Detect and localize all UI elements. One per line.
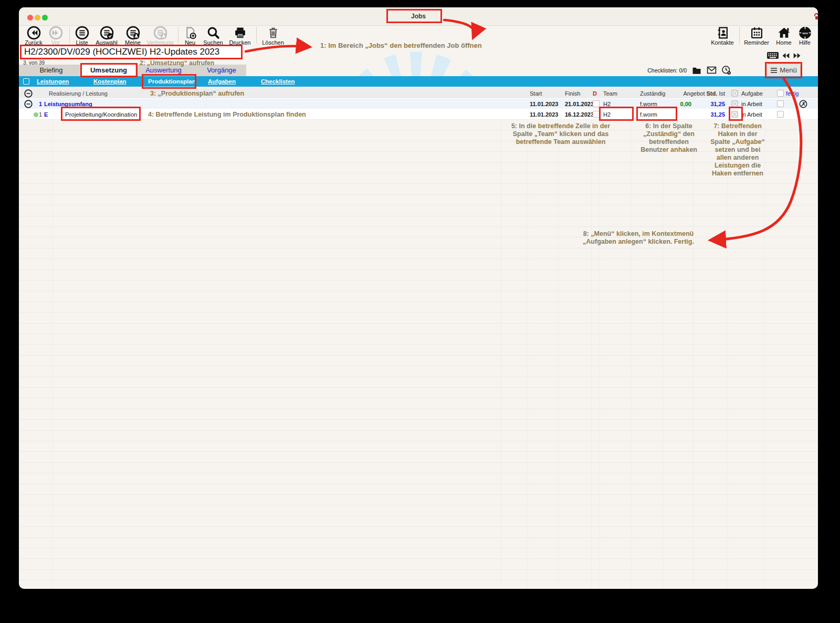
annotation-step7: 7: Betreffenden Haken in der Spalte „Auf…	[696, 122, 780, 178]
search-button[interactable]: Suchen	[200, 26, 226, 46]
col-header-d[interactable]: D	[593, 88, 597, 99]
fertig-checkbox[interactable]	[777, 111, 784, 118]
forward-button[interactable]: Vor	[45, 26, 66, 46]
contacts-button[interactable]: Kontakte	[708, 26, 737, 46]
svg-text:sos: sos	[802, 31, 808, 35]
subtab-leistungen[interactable]: Leistungen	[37, 76, 69, 87]
finish-date[interactable]: 16.12.2023	[565, 109, 594, 120]
highlight-box-jobs	[386, 9, 442, 23]
subtab-bar: Leistungen Kostenplan Produktionsplan Au…	[19, 76, 818, 87]
keyboard-icon[interactable]	[766, 51, 779, 60]
contacts-icon	[716, 26, 730, 40]
status-text: in Arbeit	[741, 109, 762, 120]
home-button[interactable]: Home	[773, 26, 795, 46]
table-header-row: Realisierung / Leistung 3: „Produktionsp…	[19, 88, 818, 99]
reminder-button[interactable]: Reminder	[741, 26, 772, 46]
fertig-header-checkbox[interactable]	[777, 90, 784, 97]
highlight-box-aufgabe-checkbox	[729, 107, 743, 121]
subtab-kostenplan[interactable]: Kostenplan	[93, 76, 127, 87]
annotation-step2: 2: „Umsetzung“ aufrufen	[140, 59, 214, 67]
screenshot-stage: Jobs Zurück Vor Liste	[0, 0, 840, 623]
clock-add-icon[interactable]	[721, 65, 731, 75]
subtab-aufgaben[interactable]: Aufgaben	[208, 76, 236, 87]
status-text: in Arbeit	[741, 99, 762, 109]
col-header-fertig[interactable]: fertig	[786, 88, 799, 99]
aufgabe-header-checkbox[interactable]	[731, 90, 738, 97]
annotation-step1: 1: Im Bereich „Jobs“ den betreffenden Jo…	[320, 41, 482, 49]
ist-value[interactable]: 31,25	[699, 99, 725, 109]
highlight-box-umsetzung	[80, 63, 138, 77]
trash-icon	[266, 26, 280, 40]
row-code: E	[44, 109, 48, 120]
print-button[interactable]: Drucken	[226, 26, 254, 46]
annotation-step8: 8: „Menü“ klicken, im Kontextmenü „Aufga…	[560, 230, 717, 246]
selection-button[interactable]: Auswahl	[92, 26, 121, 46]
checklists-counter: Checklisten: 0/0	[638, 65, 687, 76]
col-header-realisierung[interactable]: Realisierung / Leistung	[49, 88, 108, 99]
list-person-icon	[126, 26, 140, 40]
empty-grid-rows	[19, 120, 818, 589]
new-document-icon	[183, 26, 197, 40]
tab-briefing[interactable]: Briefing	[26, 65, 76, 76]
ist-value[interactable]: 31,25	[699, 109, 725, 120]
previous-record-icon[interactable]	[781, 52, 790, 59]
col-header-team[interactable]: Team	[603, 88, 617, 99]
list-person-disabled-icon	[153, 26, 167, 40]
toolbar-separator	[739, 27, 740, 44]
start-date[interactable]: 11.01.2023	[530, 99, 558, 109]
home-icon	[777, 26, 791, 40]
toolbar-separator	[256, 27, 257, 44]
row-number: 1	[39, 99, 42, 109]
list-check-icon	[100, 26, 114, 40]
col-header-finish[interactable]: Finish	[565, 88, 580, 99]
forward-icon	[49, 26, 63, 40]
start-date[interactable]: 11.01.2023	[530, 109, 558, 120]
envelope-icon[interactable]	[707, 66, 717, 74]
annotation-step4: 4: Betreffende Leistung im Produktionspl…	[148, 111, 306, 119]
select-all-checkbox[interactable]	[23, 78, 29, 85]
highlight-box-menu	[765, 62, 802, 78]
finish-date[interactable]: 21.01.2023	[565, 99, 594, 109]
annotation-step3: 3: „Produktionsplan“ aufrufen	[150, 90, 244, 98]
folder-icon[interactable]	[692, 66, 701, 75]
deadline-clock-icon[interactable]	[799, 100, 807, 108]
unlocked-padlock-icon	[813, 13, 818, 20]
collapse-group-icon[interactable]	[24, 100, 33, 108]
status-dot-green	[34, 112, 38, 117]
highlight-box-leistung	[61, 107, 141, 121]
list-icon	[75, 26, 89, 40]
substitute-button[interactable]: Vertretung	[144, 26, 176, 46]
back-icon	[27, 26, 41, 40]
search-icon	[206, 26, 220, 40]
app-window: Jobs Zurück Vor Liste	[19, 7, 818, 589]
subtab-checklisten[interactable]: Checklisten	[261, 76, 295, 87]
my-jobs-button[interactable]: Meine	[122, 26, 144, 46]
annotation-step5: 5: In die betreffende Zelle in der Spalt…	[482, 122, 639, 146]
brand-watermark-logo	[326, 46, 507, 76]
highlight-box-team-cell	[599, 107, 634, 121]
highlight-box-zustaendig-cell	[636, 107, 677, 121]
toolbar-separator	[178, 27, 178, 44]
help-button[interactable]: sos Hilfe	[795, 26, 815, 46]
col-header-aufgabe[interactable]: Aufgabe	[741, 88, 763, 99]
fertig-checkbox[interactable]	[777, 100, 784, 107]
delete-button[interactable]: Löschen	[259, 26, 287, 46]
printer-icon	[233, 26, 247, 40]
list-button[interactable]: Liste	[71, 26, 92, 46]
new-button[interactable]: Neu	[180, 26, 200, 46]
row-number: 1	[39, 109, 42, 120]
calendar-icon	[750, 26, 764, 40]
back-button[interactable]: Zurück	[22, 26, 45, 46]
col-header-zustaendig[interactable]: Zuständig	[640, 88, 665, 99]
col-header-angebot-std-ist[interactable]: Angebot Std. Ist	[667, 88, 725, 99]
highlight-box-job-title	[20, 45, 243, 59]
col-header-start[interactable]: Start	[530, 88, 542, 99]
collapse-all-icon[interactable]	[24, 89, 33, 98]
toolbar-separator	[69, 27, 70, 44]
highlight-box-produktionsplan	[142, 74, 196, 89]
arrow-title-to-step1	[246, 46, 309, 51]
sos-lifebuoy-icon: sos	[798, 26, 812, 40]
next-record-icon[interactable]	[793, 52, 802, 59]
